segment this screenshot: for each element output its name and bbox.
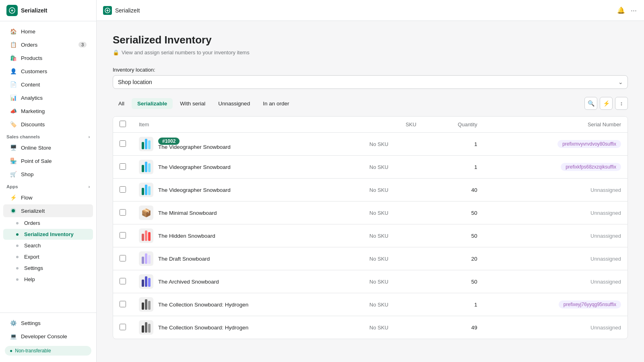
item-name: The Videographer Snowboard: [158, 187, 231, 193]
tab-all[interactable]: All: [113, 98, 130, 109]
row-checkbox[interactable]: [120, 301, 126, 307]
unassigned-badge: Unnassigned: [590, 210, 621, 216]
serial-badge[interactable]: prefixeyj76yyqg95nsuffix: [559, 300, 621, 309]
table-row[interactable]: The Collection Snowboard: Hydrogen No SK…: [113, 293, 627, 316]
tab-serializable[interactable]: Serializable: [132, 98, 173, 109]
sidebar-sub-settings[interactable]: Settings: [3, 263, 93, 274]
sidebar-sub-serialized-inventory-label: Serialized Inventory: [24, 231, 74, 237]
topbar-menu-button[interactable]: ⋯: [630, 6, 638, 15]
tab-unassigned[interactable]: Unnassigned: [213, 98, 256, 109]
search-button[interactable]: 🔍: [584, 97, 597, 110]
tabs-bar: All Serializable With serial Unnassigned…: [113, 97, 628, 110]
row-checkbox[interactable]: [120, 232, 126, 239]
marketing-icon: 📣: [10, 107, 17, 115]
sidebar-item-customers[interactable]: 👤 Customers: [3, 65, 93, 78]
row-checkbox[interactable]: [120, 163, 126, 170]
row-checkbox[interactable]: [120, 255, 126, 261]
tabs-left: All Serializable With serial Unnassigned…: [113, 98, 295, 109]
product-thumb: [139, 251, 153, 266]
serial-cell: Unnassigned: [484, 202, 627, 224]
sidebar-item-products[interactable]: 🛍️ Products: [3, 51, 93, 64]
row-checkbox[interactable]: [120, 186, 126, 193]
sales-channels-section[interactable]: Sales channels ›: [0, 131, 96, 141]
sidebar-header: SerializeIt: [0, 0, 96, 21]
sort-button[interactable]: ↕: [615, 97, 628, 110]
tabs-right: 🔍 ⚡ ↕: [584, 97, 628, 110]
sku-cell: No SKU: [363, 316, 423, 339]
sidebar-sub-orders[interactable]: Orders: [3, 218, 93, 228]
sku-cell: No SKU: [363, 224, 423, 247]
sidebar-item-analytics[interactable]: 📊 Analytics: [3, 91, 93, 104]
inventory-location-select[interactable]: Shop location: [113, 75, 628, 89]
table-row[interactable]: #1002 The Videographer Snowboard No SKU1…: [113, 133, 627, 156]
sku-cell: No SKU: [363, 247, 423, 270]
subnav-dot-help: [16, 278, 19, 281]
subnav-dot-serialized-inventory: [16, 233, 19, 236]
sidebar-item-orders[interactable]: 📋 Orders 3: [3, 38, 93, 51]
orders-icon: 📋: [10, 41, 17, 48]
table-row[interactable]: The Hidden Snowboard No SKU50Unnassigned: [113, 224, 627, 247]
sidebar-sub-export[interactable]: Export: [3, 251, 93, 262]
serial-cell: Unnassigned: [484, 247, 627, 270]
settings-icon: ⚙️: [10, 319, 17, 327]
topbar: SerializeIt 🔔 ⋯: [97, 0, 644, 21]
sidebar-item-shop[interactable]: 🛒 Shop: [3, 168, 93, 181]
topbar-right: 🔔 ⋯: [617, 6, 638, 15]
unassigned-badge: Unnassigned: [590, 279, 621, 285]
item-name: The Archived Snowboard: [158, 279, 219, 285]
sidebar-item-online-store[interactable]: 🖥️ Online Store: [3, 141, 93, 154]
apps-section[interactable]: Apps ›: [0, 181, 96, 191]
serial-cell: Unnassigned: [484, 224, 627, 247]
sidebar-item-settings[interactable]: ⚙️ Settings: [3, 317, 93, 329]
apps-chevron-icon: ›: [89, 185, 90, 189]
row-checkbox[interactable]: [120, 278, 126, 284]
unassigned-badge: Unnassigned: [590, 256, 621, 262]
table-row[interactable]: The Videographer Snowboard No SKU1prefix…: [113, 156, 627, 179]
serial-badge[interactable]: prefixkfps68zxzqiksuffix: [561, 163, 621, 171]
sidebar-item-settings-label: Settings: [21, 320, 41, 326]
topbar-title: SerializeIt: [115, 7, 140, 14]
sidebar-item-marketing-label: Marketing: [21, 108, 45, 114]
row-checkbox[interactable]: [120, 324, 126, 330]
item-name: The Hidden Snowboard: [158, 233, 215, 239]
col-serial-number: Serial Number: [484, 117, 627, 133]
sidebar-item-content[interactable]: 📄 Content: [3, 78, 93, 91]
table-row[interactable]: 📦 The Minimal Snowboard No SKU50Unnassig…: [113, 202, 627, 224]
sidebar-item-home[interactable]: 🏠 Home: [3, 25, 93, 38]
sidebar-sub-help[interactable]: Help: [3, 274, 93, 285]
sku-cell: No SKU: [363, 133, 423, 156]
filter-button[interactable]: ⚡: [600, 97, 613, 110]
select-all-checkbox[interactable]: [120, 121, 126, 127]
notification-icon[interactable]: 🔔: [617, 6, 625, 14]
sidebar-item-developer-console[interactable]: 💻 Developer Console: [3, 330, 93, 343]
sidebar-item-serializeit[interactable]: SerializeIt: [3, 204, 93, 217]
sidebar-item-flow[interactable]: ⚡ Flow: [3, 191, 93, 204]
sidebar-item-analytics-label: Analytics: [21, 95, 43, 101]
sidebar-item-marketing[interactable]: 📣 Marketing: [3, 105, 93, 117]
topbar-left: SerializeIt: [103, 6, 140, 15]
sidebar-item-discounts[interactable]: 🏷️ Discounts: [3, 118, 93, 131]
page-subtitle-text: View and assign serial numbers to your i…: [122, 49, 250, 56]
serial-badge[interactable]: prefixmvyvrvdvoy80suffix: [557, 140, 621, 148]
tab-with-serial[interactable]: With serial: [174, 98, 211, 109]
quantity-cell: 1: [423, 293, 483, 316]
sidebar-sub-serialized-inventory[interactable]: Serialized Inventory: [3, 229, 93, 240]
sku-cell: No SKU: [363, 156, 423, 179]
customers-icon: 👤: [10, 68, 17, 75]
row-checkbox[interactable]: [120, 209, 126, 216]
sidebar-sub-search[interactable]: Search: [3, 240, 93, 251]
serial-cell: prefixkfps68zxzqiksuffix: [484, 156, 627, 179]
table-row[interactable]: The Archived Snowboard No SKU50Unnassign…: [113, 270, 627, 293]
subnav-dot-settings: [16, 267, 19, 269]
table-row[interactable]: The Draft Snowboard No SKU20Unnassigned: [113, 247, 627, 270]
svg-point-2: [12, 209, 15, 212]
row-checkbox[interactable]: [120, 140, 126, 147]
item-cell: The Collection Snowboard: Hydrogen: [139, 320, 357, 335]
table-row[interactable]: The Videographer Snowboard No SKU40Unnas…: [113, 179, 627, 202]
sidebar-item-point-of-sale[interactable]: 🏪 Point of Sale: [3, 154, 93, 167]
non-transferable-badge: ● Non-transferable: [5, 346, 91, 356]
sidebar-bottom: ⚙️ Settings 💻 Developer Console ● Non-tr…: [0, 313, 96, 362]
tab-in-an-order[interactable]: In an order: [257, 98, 295, 109]
item-cell: The Hidden Snowboard: [139, 228, 357, 243]
table-row[interactable]: The Collection Snowboard: Hydrogen No SK…: [113, 316, 627, 339]
